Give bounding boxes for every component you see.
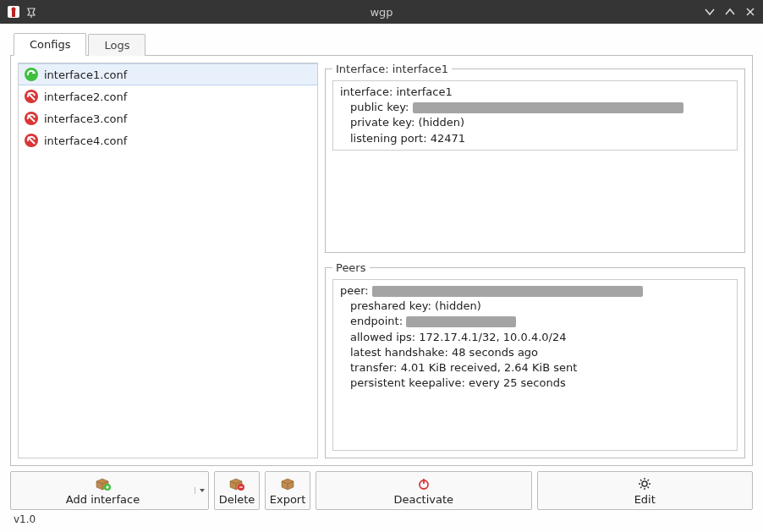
config-item[interactable]: interface1.conf [19, 63, 317, 85]
value: 172.17.4.1/32, 10.0.4.0/24 [419, 331, 566, 343]
svg-line-23 [648, 486, 650, 488]
peers-group: Peers peer: preshared key: (hidden) endp… [325, 261, 745, 458]
svg-line-25 [648, 480, 650, 481]
tab-logs[interactable]: Logs [88, 34, 145, 56]
tabs: Configs Logs [10, 32, 753, 55]
box-export-icon [280, 476, 295, 491]
export-button[interactable]: Export [265, 471, 310, 510]
status-inactive-icon [24, 133, 39, 148]
button-label: Deactivate [393, 493, 453, 506]
label: transfer: [350, 361, 398, 374]
peers-group-title: Peers [332, 261, 370, 274]
button-label: Delete [219, 493, 255, 506]
interface-group-title: Interface: interface1 [332, 63, 452, 75]
add-interface-button[interactable]: Add interface [10, 471, 209, 510]
tab-configs[interactable]: Configs [14, 33, 86, 56]
value: (hidden) [418, 116, 464, 129]
config-item-label: interface2.conf [44, 90, 127, 103]
power-icon [417, 476, 431, 491]
peers-details: peer: preshared key: (hidden) endpoint: … [332, 279, 738, 451]
config-item[interactable]: interface3.conf [19, 107, 317, 129]
config-item-label: interface3.conf [44, 112, 127, 125]
value: every 25 seconds [469, 376, 566, 389]
edit-button[interactable]: Edit [537, 471, 754, 510]
box-add-icon [95, 476, 112, 491]
config-item[interactable]: interface4.conf [19, 129, 317, 151]
label: endpoint: [350, 315, 403, 327]
config-item-label: interface4.conf [44, 134, 127, 147]
interface-details: interface: interface1 public key: privat… [332, 80, 738, 151]
label: interface: [340, 85, 392, 98]
interface-group: Interface: interface1 interface: interfa… [325, 63, 745, 253]
redacted-peer-key [372, 286, 643, 297]
label: preshared key: [350, 299, 431, 312]
label: persistent keepalive: [350, 376, 465, 389]
value: 4.01 KiB received, 2.64 KiB sent [401, 361, 578, 374]
redacted-endpoint [406, 316, 516, 327]
dropdown-toggle[interactable] [195, 487, 208, 494]
button-row: Add interface Delete Export [10, 471, 753, 510]
label: allowed ips: [350, 331, 415, 343]
button-label: Add interface [66, 493, 140, 506]
config-list[interactable]: interface1.conf interface2.conf interfac… [18, 63, 318, 458]
button-label: Export [270, 493, 306, 506]
label: private key: [350, 116, 414, 129]
label: peer: [340, 284, 369, 297]
value: (hidden) [435, 299, 481, 312]
main-panel: interface1.conf interface2.conf interfac… [10, 55, 753, 466]
titlebar: wgp [0, 0, 763, 24]
config-item-label: interface1.conf [44, 69, 127, 81]
svg-point-17 [642, 481, 647, 486]
svg-line-22 [640, 480, 642, 481]
gear-icon [638, 476, 651, 491]
box-delete-icon [228, 476, 245, 491]
svg-line-24 [640, 486, 642, 488]
delete-button[interactable]: Delete [214, 471, 260, 510]
deactivate-button[interactable]: Deactivate [316, 471, 532, 510]
value: 42471 [431, 132, 465, 145]
svg-point-6 [25, 68, 38, 81]
version-label: v1.0 [10, 510, 753, 527]
value: 48 seconds ago [452, 346, 538, 359]
status-inactive-icon [24, 111, 39, 126]
window-title: wgp [0, 6, 763, 19]
label: listening port: [350, 132, 427, 145]
label: public key: [350, 101, 409, 113]
redacted-public-key [413, 102, 683, 113]
button-label: Edit [634, 493, 656, 506]
config-item[interactable]: interface2.conf [19, 85, 317, 107]
value: interface1 [397, 85, 453, 98]
label: latest handshake: [350, 346, 448, 359]
status-active-icon [24, 67, 39, 82]
status-inactive-icon [24, 89, 39, 104]
